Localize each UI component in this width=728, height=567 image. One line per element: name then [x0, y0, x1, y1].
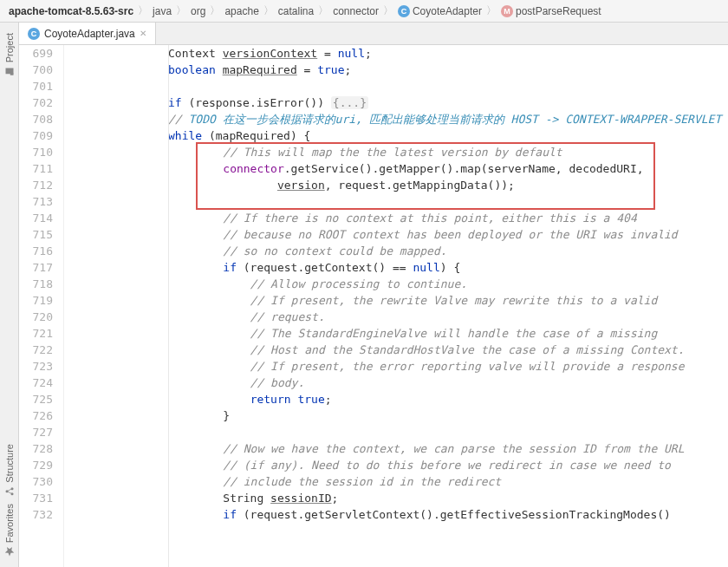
code-line[interactable]: if (response.isError()) {...} [71, 94, 728, 111]
breadcrumb-item[interactable]: java [151, 5, 173, 17]
code-line[interactable]: String sessionID; [71, 490, 728, 506]
chevron-right-icon: 〉 [263, 3, 274, 18]
line-number: 708 [19, 111, 53, 127]
code-line[interactable]: // body. [71, 375, 728, 391]
breadcrumb[interactable]: apache-tomcat-8.5.63-src〉java〉org〉apache… [0, 0, 728, 23]
tool-project[interactable]: Project [4, 29, 15, 80]
chevron-right-icon: 〉 [383, 3, 393, 18]
code-editor[interactable]: 6997007017027087097107117127137147157167… [19, 45, 728, 567]
tool-structure-label: Structure [4, 444, 15, 483]
code-line[interactable]: if (request.getContext() == null) { [71, 259, 728, 276]
line-number: 711 [19, 160, 53, 177]
line-number: 721 [19, 325, 53, 342]
code-line[interactable]: // This will map the the latest version … [71, 144, 728, 160]
breadcrumb-item[interactable]: org [189, 5, 207, 17]
svg-rect-0 [5, 68, 13, 75]
line-number: 722 [19, 342, 53, 358]
code-line[interactable]: // If present, the error reporting valve… [71, 358, 728, 375]
line-number: 710 [19, 144, 53, 160]
line-number: 714 [19, 210, 53, 226]
code-line[interactable]: // Now we have the context, we can parse… [71, 440, 728, 457]
code-line[interactable]: return true; [71, 391, 728, 407]
breadcrumb-label: apache-tomcat-8.5.63-src [9, 5, 133, 17]
chevron-right-icon: 〉 [176, 3, 186, 18]
code-line[interactable]: // (if any). Need to do this before we r… [71, 457, 728, 473]
chevron-right-icon: 〉 [486, 3, 497, 18]
class-icon: C [28, 28, 40, 40]
project-icon [4, 66, 15, 76]
line-number: 725 [19, 391, 53, 407]
margin-guide [168, 45, 169, 567]
code-line[interactable]: } [71, 407, 728, 424]
code-line[interactable]: // If there is no context at this point,… [71, 210, 728, 226]
breadcrumb-label: org [191, 5, 205, 17]
code-line[interactable]: // If present, the rewrite Valve may rew… [71, 292, 728, 309]
code-line[interactable]: version, request.getMappingData()); [71, 177, 728, 193]
breadcrumb-label: catalina [278, 5, 314, 17]
code-line[interactable]: // request. [71, 309, 728, 325]
breadcrumb-label: CoyoteAdapter [413, 5, 482, 17]
tool-favorites-label: Favorites [4, 504, 15, 543]
bottom-tools: Structure Favorites [4, 440, 15, 560]
code-line[interactable]: if (request.getServletContext().getEffec… [71, 506, 728, 523]
breadcrumb-item[interactable]: MpostParseRequest [499, 5, 603, 17]
breadcrumb-item[interactable]: CCoyoteAdapter [396, 5, 484, 17]
left-tool-strip: Project Structure Favorites [0, 23, 19, 567]
breadcrumb-item[interactable]: apache [223, 5, 260, 17]
code-line[interactable]: // because no ROOT context has been depl… [71, 226, 728, 243]
svg-rect-1 [10, 74, 13, 75]
code-line[interactable] [71, 193, 728, 210]
editor-area: C CoyoteAdapter.java ✕ 69970070170270870… [19, 23, 728, 567]
tool-project-label: Project [4, 33, 15, 62]
method-icon: M [501, 5, 513, 17]
line-number: 724 [19, 375, 53, 391]
star-icon [4, 546, 15, 557]
code-line[interactable]: // Allow processing to continue. [71, 276, 728, 292]
line-number: 701 [19, 78, 53, 94]
breadcrumb-label: connector [333, 5, 379, 17]
breadcrumb-label: java [153, 5, 172, 17]
code-line[interactable]: // The StandardEngineValve will handle t… [71, 325, 728, 342]
tool-structure[interactable]: Structure [4, 440, 15, 500]
line-number: 726 [19, 407, 53, 424]
line-number: 699 [19, 45, 53, 62]
line-number: 723 [19, 358, 53, 375]
structure-icon [4, 486, 15, 497]
breadcrumb-item[interactable]: apache-tomcat-8.5.63-src [7, 5, 135, 17]
line-number: 727 [19, 424, 53, 440]
line-number: 716 [19, 243, 53, 259]
code-line[interactable] [71, 78, 728, 94]
breadcrumb-item[interactable]: connector [331, 5, 380, 17]
line-number: 712 [19, 177, 53, 193]
code-line[interactable]: // include the session id in the redirec… [71, 473, 728, 490]
code-line[interactable]: while (mapRequired) { [71, 127, 728, 144]
line-number: 702 [19, 94, 53, 111]
line-number: 717 [19, 259, 53, 276]
line-number: 709 [19, 127, 53, 144]
code-line[interactable]: // so no context could be mapped. [71, 243, 728, 259]
code-line[interactable]: connector.getService().getMapper().map(s… [71, 160, 728, 177]
line-number: 731 [19, 490, 53, 506]
code-content[interactable]: Context versionContext = null;boolean ma… [64, 45, 728, 567]
code-line[interactable]: // Host and the StandardHostValve the ca… [71, 342, 728, 358]
breadcrumb-item[interactable]: catalina [276, 5, 315, 17]
tab-coyoteadapter[interactable]: C CoyoteAdapter.java ✕ [19, 23, 156, 44]
code-line[interactable]: // TODO 在这一步会根据请求的uri, 匹配出能够处理当前请求的 HOST… [71, 111, 728, 127]
line-number: 715 [19, 226, 53, 243]
breadcrumb-label: postParseRequest [516, 5, 601, 17]
editor-tabs: C CoyoteAdapter.java ✕ [19, 23, 728, 45]
tool-favorites[interactable]: Favorites [4, 500, 15, 560]
code-line[interactable]: Context versionContext = null; [71, 45, 728, 62]
line-number: 732 [19, 506, 53, 523]
chevron-right-icon: 〉 [210, 3, 220, 18]
line-gutter: 6997007017027087097107117127137147157167… [19, 45, 64, 567]
tab-label: CoyoteAdapter.java [44, 28, 135, 40]
line-number: 730 [19, 473, 53, 490]
main-area: Project Structure Favorites C CoyoteAdap… [0, 23, 728, 567]
class-icon: C [398, 5, 410, 17]
close-icon[interactable]: ✕ [140, 29, 146, 38]
code-line[interactable]: boolean mapRequired = true; [71, 62, 728, 78]
line-number: 713 [19, 193, 53, 210]
breadcrumb-label: apache [224, 5, 258, 17]
code-line[interactable] [71, 424, 728, 440]
